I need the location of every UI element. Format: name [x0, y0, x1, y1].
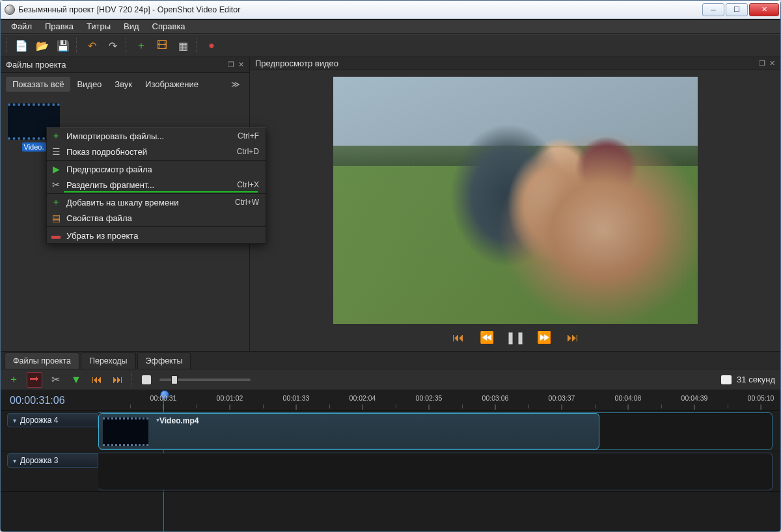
- tab-audio[interactable]: Звук: [108, 77, 139, 92]
- ctx-show-details[interactable]: ☰ Показ подробностей Ctrl+D: [47, 144, 266, 159]
- timeline-tracks: ▾ Дорожка 4 ▾ Video.mp4 ▾ Дорожка: [1, 411, 780, 531]
- track-name: Дорожка 4: [20, 416, 58, 425]
- timeline-ruler[interactable]: 00:00:31 00:01:02 00:01:33 00:02:04 00:0…: [101, 390, 780, 411]
- panel-undock-icon[interactable]: ❐: [228, 60, 234, 69]
- track-name: Дорожка 3: [20, 456, 58, 465]
- ruler-tick: 00:04:08: [615, 394, 642, 402]
- panel-close-icon[interactable]: ✕: [769, 59, 775, 68]
- ruler-tick: 00:02:35: [416, 394, 443, 402]
- panel-close-icon[interactable]: ✕: [238, 60, 244, 69]
- playhead-time: 00:00:31:06: [10, 395, 101, 406]
- export-icon[interactable]: ●: [204, 38, 219, 53]
- undo-icon[interactable]: ↶: [84, 38, 100, 53]
- pause-icon[interactable]: ❚❚: [507, 329, 524, 346]
- ruler-tick: 00:01:02: [217, 394, 243, 402]
- minimize-button[interactable]: ─: [702, 3, 724, 16]
- save-project-icon[interactable]: 💾: [55, 38, 71, 53]
- zoom-slider-handle[interactable]: [171, 375, 178, 384]
- ctx-remove-from-project[interactable]: ▬ Убрать из проекта: [47, 228, 266, 243]
- thumbnail-label: Video.: [22, 142, 46, 152]
- rewind-icon[interactable]: ⏪: [478, 329, 495, 346]
- clip-thumbnail: [103, 418, 148, 446]
- menu-titles[interactable]: Титры: [80, 20, 117, 33]
- tab-effects[interactable]: Эффекты: [137, 352, 191, 369]
- zoom-slider[interactable]: [159, 379, 251, 381]
- chevron-down-icon: ▾: [13, 457, 16, 464]
- jump-start-icon[interactable]: ⏮: [450, 329, 467, 346]
- tabs-overflow-icon[interactable]: ≫: [227, 79, 244, 89]
- toolbar-separator: [76, 38, 79, 53]
- menubar: Файл Правка Титры Вид Справка: [1, 20, 780, 34]
- panel-undock-icon[interactable]: ❐: [759, 59, 765, 68]
- new-project-icon[interactable]: 📄: [14, 38, 29, 53]
- play-icon: ▶: [51, 164, 61, 174]
- tab-image[interactable]: Изображение: [139, 77, 205, 92]
- menu-file[interactable]: Файл: [5, 20, 38, 33]
- app-body: Файл Правка Титры Вид Справка 📄 📂 💾 ↶ ↷ …: [1, 19, 780, 531]
- ctx-label: Импортировать файлы...: [66, 131, 164, 141]
- track-label[interactable]: ▾ Дорожка 3: [7, 453, 98, 468]
- maximize-button[interactable]: ☐: [726, 3, 748, 16]
- track-4[interactable]: ▾ Дорожка 4 ▾ Video.mp4: [1, 412, 780, 451]
- add-track-icon[interactable]: ＋: [6, 372, 21, 388]
- minus-icon: ▬: [51, 230, 61, 241]
- tab-project-files[interactable]: Файлы проекта: [5, 352, 79, 369]
- project-files-title: Файлы проекта: [6, 60, 66, 70]
- next-marker-icon[interactable]: ⏭: [110, 372, 126, 388]
- toolbar-separator: [131, 372, 133, 388]
- window-controls: ─ ☐ ✕: [701, 3, 779, 16]
- track-label[interactable]: ▾ Дорожка 4: [7, 413, 98, 427]
- menu-view[interactable]: Вид: [117, 20, 146, 33]
- ctx-shortcut: Ctrl+D: [237, 147, 259, 156]
- preview-header: Предпросмотр видео ❐ ✕: [250, 57, 780, 70]
- timeline-clip[interactable]: ▾ Video.mp4: [98, 413, 599, 449]
- jump-end-icon[interactable]: ⏭: [564, 329, 581, 346]
- tab-transitions[interactable]: Переходы: [81, 352, 136, 369]
- ruler-tick: 00:02:04: [349, 394, 376, 402]
- snap-icon[interactable]: ⮕: [27, 372, 42, 388]
- ruler-tick: 00:05:10: [748, 394, 774, 402]
- toolbar-separator: [126, 38, 128, 53]
- ctx-preview-file[interactable]: ▶ Предпросмотр файла: [47, 161, 266, 177]
- open-project-icon[interactable]: 📂: [34, 38, 50, 53]
- ctx-separator: [47, 193, 266, 194]
- import-icon[interactable]: ＋: [133, 38, 149, 53]
- center-playhead-icon[interactable]: [139, 372, 154, 388]
- fast-forward-icon[interactable]: ⏩: [536, 329, 553, 346]
- track-body[interactable]: [98, 453, 773, 490]
- ctx-shortcut: Ctrl+X: [237, 180, 259, 189]
- menu-help[interactable]: Справка: [146, 20, 192, 33]
- zoom-seconds-label: 31 секунд: [737, 375, 775, 384]
- ruler-tick: 00:04:39: [681, 394, 708, 402]
- razor-icon[interactable]: ✂: [48, 372, 63, 388]
- fullscreen-icon[interactable]: ▦: [175, 38, 191, 53]
- menu-edit[interactable]: Правка: [38, 20, 80, 33]
- file-filter-tabs: Показать всё Видео Звук Изображение ≫: [1, 73, 249, 96]
- project-files-header: Файлы проекта ❐ ✕: [1, 57, 249, 73]
- video-preview-panel: Предпросмотр видео ❐ ✕ ⏮ ⏪ ❚❚ ⏩ ⏭: [250, 57, 780, 351]
- list-icon: ☰: [51, 146, 61, 157]
- filmstrip-icon[interactable]: 🎞: [154, 38, 170, 53]
- timeline-header: 00:00:31:06 00:00:31 00:01:02 00:01:33 0…: [1, 390, 780, 411]
- zoom-indicator-icon: [721, 375, 732, 384]
- tab-show-all[interactable]: Показать всё: [6, 77, 70, 92]
- track-3[interactable]: ▾ Дорожка 3: [1, 453, 780, 492]
- track-body[interactable]: ▾ Video.mp4: [98, 412, 773, 450]
- plus-icon: ＋: [51, 131, 61, 141]
- ctx-add-to-timeline[interactable]: ＋ Добавить на шкалу времени Ctrl+W: [47, 194, 266, 210]
- window-title: Безымянный проект [HDV 720 24p] - OpenSh…: [18, 5, 701, 14]
- ruler-tick: 00:03:06: [482, 394, 509, 402]
- scissors-icon: ✂: [51, 180, 61, 190]
- titlebar: Безымянный проект [HDV 720 24p] - OpenSh…: [1, 1, 780, 19]
- close-button[interactable]: ✕: [749, 3, 779, 16]
- ctx-split-clip[interactable]: ✂ Разделить фрагмент... Ctrl+X: [47, 177, 266, 193]
- ctx-file-properties[interactable]: ▤ Свойства файла: [47, 210, 266, 226]
- ruler-tick: 00:00:31: [150, 394, 177, 402]
- prev-marker-icon[interactable]: ⏮: [89, 372, 105, 388]
- tab-video[interactable]: Видео: [70, 77, 108, 92]
- video-frame[interactable]: [333, 77, 698, 324]
- ruler-tick: 00:03:37: [549, 394, 575, 402]
- marker-dropdown-icon[interactable]: ▼: [68, 372, 84, 388]
- ctx-import-files[interactable]: ＋ Импортировать файлы... Ctrl+F: [47, 128, 266, 144]
- redo-icon[interactable]: ↷: [105, 38, 120, 53]
